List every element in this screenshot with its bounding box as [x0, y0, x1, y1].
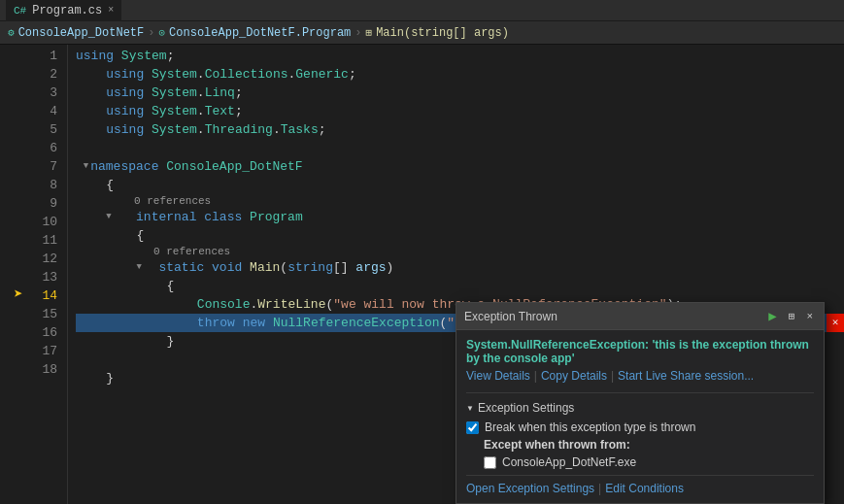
line-num-17: 17 [19, 342, 57, 360]
gutter: ➤ [0, 45, 19, 504]
file-icon: C# [14, 5, 26, 17]
line-num-6: 6 [19, 139, 57, 157]
editor-area: ➤ 1 2 3 4 5 6 7 8 9 10 11 12 13 14 15 16… [0, 45, 844, 504]
breadcrumb-sep-1: › [148, 26, 154, 40]
line-num-11: 11 [19, 231, 57, 250]
line-num-5: 5 [19, 120, 57, 139]
break-checkbox-label: Break when this exception type is thrown [485, 420, 695, 434]
execution-arrow-icon: ➤ [14, 286, 23, 305]
settings-section-label: Exception Settings [478, 401, 574, 415]
line-num-8: 8 [19, 176, 57, 194]
open-exception-settings-link[interactable]: Open Exception Settings [466, 482, 594, 495]
collapse-settings-icon[interactable]: ▼ [466, 404, 474, 413]
live-share-link[interactable]: Start Live Share session... [618, 369, 754, 383]
line-num-1: 1 [19, 47, 57, 65]
close-popup-button[interactable]: × [803, 310, 816, 323]
line-num-4: 4 [19, 102, 57, 120]
popup-controls: ▶ ⊞ × [765, 307, 816, 325]
code-line-12: { [76, 277, 844, 295]
code-line-7: ▼namespace ConsoleApp_DotNetF [76, 157, 844, 176]
assembly-checkbox[interactable] [484, 456, 496, 469]
line-num-16: 16 [19, 323, 57, 342]
ref-label-9: 0 references [76, 194, 844, 208]
popup-title: Exception Thrown [464, 310, 557, 323]
line-num-7: 7 [19, 157, 57, 176]
view-details-link[interactable]: View Details [466, 369, 530, 383]
line-num-10: 10 [19, 213, 57, 231]
method-icon: ⊞ [366, 26, 373, 39]
line-num-14: 14 [19, 286, 57, 305]
popup-header: Exception Thrown ▶ ⊞ × [456, 303, 824, 330]
exception-settings: ▼ Exception Settings Break when this exc… [466, 392, 814, 495]
continue-button[interactable]: ▶ [765, 307, 779, 325]
code-line-6 [76, 139, 844, 157]
settings-header: ▼ Exception Settings [466, 401, 814, 415]
line-num-15: 15 [19, 305, 57, 323]
line-num-9: 9 [19, 194, 57, 213]
tab-filename: Program.cs [32, 4, 102, 17]
line-num-18: 18 [19, 360, 57, 379]
exception-popup: Exception Thrown ▶ ⊞ × System.NullRefere… [456, 302, 825, 504]
exception-type-name: System.NullReferenceException: [466, 338, 649, 352]
error-badge: ✕ [827, 314, 844, 332]
line-numbers: 1 2 3 4 5 6 7 8 9 10 11 12 13 14 15 16 1… [19, 45, 68, 504]
breadcrumb-sep-2: › [354, 26, 361, 40]
collapse-btn-7[interactable]: ▼ [84, 157, 88, 176]
edit-conditions-link[interactable]: Edit Conditions [605, 482, 684, 495]
code-line-8: { [76, 176, 844, 194]
popup-body: System.NullReferenceException: 'this is … [456, 330, 824, 503]
code-line-3: using System.Linq; [76, 84, 844, 102]
code-line-2: using System.Collections.Generic; [76, 65, 844, 84]
file-tab[interactable]: C# Program.cs × [6, 0, 121, 21]
break-checkbox[interactable] [466, 421, 479, 434]
project-icon: ⚙ [8, 26, 15, 39]
link-sep-2: | [611, 369, 614, 383]
breadcrumb-class[interactable]: ConsoleApp_DotNetF.Program [169, 26, 351, 40]
breadcrumb-method[interactable]: Main(string[] args) [376, 26, 509, 40]
footer-sep: | [598, 482, 601, 495]
code-line-1: using System; [76, 47, 844, 65]
except-when-label: Except when thrown from: [484, 438, 814, 452]
collapse-btn-11[interactable]: ▼ [136, 258, 141, 277]
except-assembly-row: ConsoleApp_DotNetF.exe [484, 455, 814, 469]
pin-button[interactable]: ⊞ [786, 309, 798, 323]
break-checkbox-row: Break when this exception type is thrown [466, 420, 814, 434]
code-line-9: ▼ internal class Program [76, 208, 844, 226]
code-line-4: using System.Text; [76, 102, 844, 120]
popup-links: View Details | Copy Details | Start Live… [466, 369, 814, 383]
popup-footer-links: Open Exception Settings | Edit Condition… [466, 475, 814, 495]
code-line-10: { [76, 226, 844, 245]
line-num-13: 13 [19, 268, 57, 286]
breadcrumb-project[interactable]: ConsoleApp_DotNetF [18, 26, 145, 40]
line-num-3: 3 [19, 84, 57, 102]
exception-type: System.NullReferenceException: 'this is … [466, 338, 814, 365]
tab-close-button[interactable]: × [108, 5, 114, 16]
breadcrumb-bar: ⚙ ConsoleApp_DotNetF › ⊙ ConsoleApp_DotN… [0, 21, 844, 45]
line-num-12: 12 [19, 250, 57, 268]
copy-details-link[interactable]: Copy Details [541, 369, 607, 383]
link-sep-1: | [534, 369, 537, 383]
collapse-btn-9[interactable]: ▼ [106, 208, 111, 226]
code-line-5: using System.Threading.Tasks; [76, 120, 844, 139]
class-icon: ⊙ [158, 26, 165, 39]
assembly-label: ConsoleApp_DotNetF.exe [502, 455, 636, 469]
title-bar: C# Program.cs × [0, 0, 844, 21]
ref-label-11: 0 references [76, 245, 844, 258]
line-num-2: 2 [19, 65, 57, 84]
code-line-11: ▼ static void Main(string[] args) [76, 258, 844, 277]
